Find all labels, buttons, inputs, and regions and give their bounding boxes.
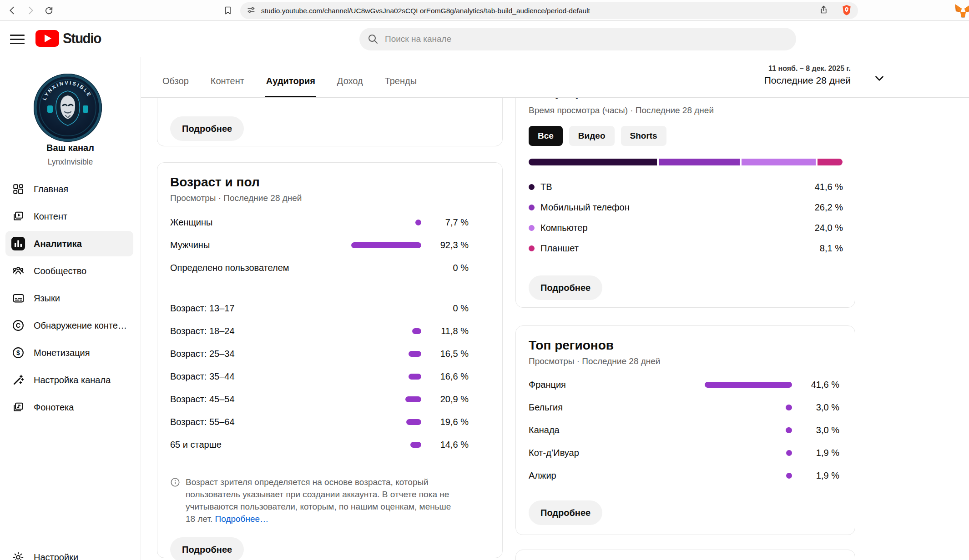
- gender-rows: Женщины7,7 %Мужчины92,3 %Определено поль…: [170, 211, 490, 279]
- stat-value: 11,8 %: [429, 326, 469, 336]
- stat-bar-track: [317, 374, 421, 380]
- stat-label: Возраст: 45–54: [170, 394, 317, 405]
- channel-avatar[interactable]: LYNXINVISIBLE: [34, 74, 102, 142]
- sidebar: LYNXINVISIBLE Ваш канал LynxInvisible Гл…: [0, 57, 141, 560]
- browser-forward-button[interactable]: [24, 4, 37, 17]
- metamask-icon[interactable]: [954, 3, 969, 20]
- device-filter-chips: ВсеВидеоShorts: [529, 126, 666, 146]
- stat-value: 7,7 %: [429, 217, 469, 228]
- stat-row: Бельгия3,0 %: [529, 396, 839, 419]
- stat-label: Возраст: 13–17: [170, 303, 317, 314]
- stat-label: Определено пользователем: [170, 263, 317, 273]
- stat-row: Возраст: 13–170 %: [170, 297, 469, 320]
- device-filter-chip-0[interactable]: Все: [529, 126, 563, 146]
- sidebar-item-settings[interactable]: Настройки: [0, 544, 141, 560]
- studio-header: Studio: [0, 21, 969, 57]
- stat-row: Возраст: 25–3416,5 %: [170, 342, 469, 365]
- bookmark-icon[interactable]: [221, 4, 235, 17]
- legend-value: 8,1 %: [804, 243, 843, 254]
- sidebar-item-content[interactable]: Контент: [0, 203, 141, 230]
- stat-value: 16,6 %: [429, 371, 469, 382]
- device-filter-chip-1[interactable]: Видео: [569, 126, 615, 146]
- tab-2[interactable]: Аудитория: [265, 76, 316, 97]
- sidebar-item-dashboard[interactable]: Главная: [0, 175, 141, 203]
- stat-label: Алжир: [529, 470, 678, 481]
- browser-reload-button[interactable]: [42, 4, 56, 17]
- sidebar-item-community[interactable]: Сообщество: [0, 257, 141, 285]
- stat-label: Бельгия: [529, 402, 678, 413]
- stat-bar: [786, 427, 792, 433]
- stat-row: Кот-д’Ивуар1,9 %: [529, 441, 839, 464]
- stat-bar: [705, 382, 792, 388]
- sidebar-item-audio-library[interactable]: Фонотека: [0, 394, 141, 421]
- svg-text:$: $: [16, 349, 20, 356]
- legend-row: ТВ41,6 %: [529, 177, 843, 197]
- details-button[interactable]: Подробнее: [529, 275, 602, 300]
- legend-dot: [529, 184, 535, 190]
- browser-toolbar: studio.youtube.com/channel/UC8wGvsJna02s…: [0, 0, 969, 21]
- share-icon[interactable]: [819, 5, 828, 16]
- stat-row: Возраст: 45–5420,9 %: [170, 388, 469, 410]
- stat-row: Возраст: 35–4416,6 %: [170, 365, 469, 388]
- monetization-icon: $: [11, 345, 25, 360]
- sidebar-item-label: Фонотека: [34, 402, 74, 413]
- bar-segment-2: [742, 159, 816, 165]
- stat-bar-track: [678, 382, 792, 388]
- brave-shield-icon[interactable]: [842, 5, 852, 17]
- stat-value: 3,0 %: [800, 425, 839, 435]
- device-filter-chip-2[interactable]: Shorts: [621, 126, 666, 146]
- sidebar-item-label: Монетизация: [34, 348, 90, 358]
- search-input[interactable]: [385, 34, 788, 44]
- tune-icon[interactable]: [247, 5, 256, 16]
- url-bar[interactable]: studio.youtube.com/channel/UC8wGvsJna02s…: [240, 2, 858, 19]
- tab-3[interactable]: Доход: [336, 76, 364, 97]
- details-button[interactable]: Подробнее: [170, 116, 244, 141]
- audio-library-icon: [11, 400, 25, 415]
- tabs: ОбзорКонтентАудиторияДоходТренды: [162, 76, 418, 97]
- stat-label: Кот-д’Ивуар: [529, 448, 678, 458]
- stat-label: Мужчины: [170, 240, 317, 250]
- stat-label: Возраст: 25–34: [170, 349, 317, 359]
- details-button[interactable]: Подробнее: [170, 537, 244, 560]
- bar-segment-3: [818, 159, 843, 165]
- sidebar-item-analytics[interactable]: Аналитика: [0, 230, 141, 257]
- tab-1[interactable]: Контент: [210, 76, 245, 97]
- stat-value: 92,3 %: [429, 240, 469, 250]
- legend-row: Мобильный телефон26,2 %: [529, 197, 843, 218]
- learn-more-link[interactable]: Подробнее…: [215, 514, 269, 524]
- date-range-picker[interactable]: 11 нояб. – 8 дек. 2025 г. Последние 28 д…: [764, 65, 851, 86]
- channel-label: Ваш канал: [0, 143, 141, 153]
- sidebar-item-label: Настройки: [34, 552, 78, 560]
- tab-0[interactable]: Обзор: [162, 76, 190, 97]
- sidebar-item-customize-wand[interactable]: Настройка канала: [0, 366, 141, 394]
- youtube-play-icon: [35, 30, 59, 47]
- stat-bar: [406, 419, 421, 425]
- gear-icon: [11, 550, 25, 560]
- legend-label: ТВ: [540, 182, 804, 192]
- stat-row: Определено пользователем0 %: [170, 256, 469, 279]
- device-legend: ТВ41,6 %Мобильный телефон26,2 %Компьютер…: [529, 177, 843, 259]
- youtube-logo[interactable]: Studio: [35, 30, 102, 47]
- stat-value: 14,6 %: [429, 440, 469, 450]
- sidebar-item-label: Сообщество: [34, 266, 86, 276]
- sidebar-item-monetization[interactable]: $Монетизация: [0, 339, 141, 366]
- chevron-down-icon[interactable]: [873, 72, 885, 84]
- hamburger-icon[interactable]: [10, 32, 25, 46]
- legend-dot: [529, 225, 535, 231]
- search-icon: [368, 34, 379, 45]
- sidebar-item-subtitles[interactable]: Языки: [0, 285, 141, 312]
- sidebar-item-label: Контент: [34, 211, 67, 222]
- stat-label: Возраст: 55–64: [170, 417, 317, 427]
- customize-wand-icon: [11, 373, 25, 387]
- url-text[interactable]: studio.youtube.com/channel/UC8wGvsJna02s…: [261, 7, 819, 15]
- legend-row: Компьютер24,0 %: [529, 218, 843, 238]
- browser-back-button[interactable]: [5, 4, 19, 17]
- tab-4[interactable]: Тренды: [384, 76, 418, 97]
- card-title: Возраст и пол: [170, 175, 490, 190]
- card-age-gender: Возраст и пол Просмотры · Последние 28 д…: [157, 162, 503, 558]
- sidebar-item-copyright[interactable]: Обнаружение контен…: [0, 312, 141, 339]
- content-icon: [11, 209, 25, 224]
- stat-row: Мужчины92,3 %: [170, 234, 469, 256]
- channel-search[interactable]: [359, 28, 796, 50]
- details-button[interactable]: Подробнее: [529, 500, 602, 525]
